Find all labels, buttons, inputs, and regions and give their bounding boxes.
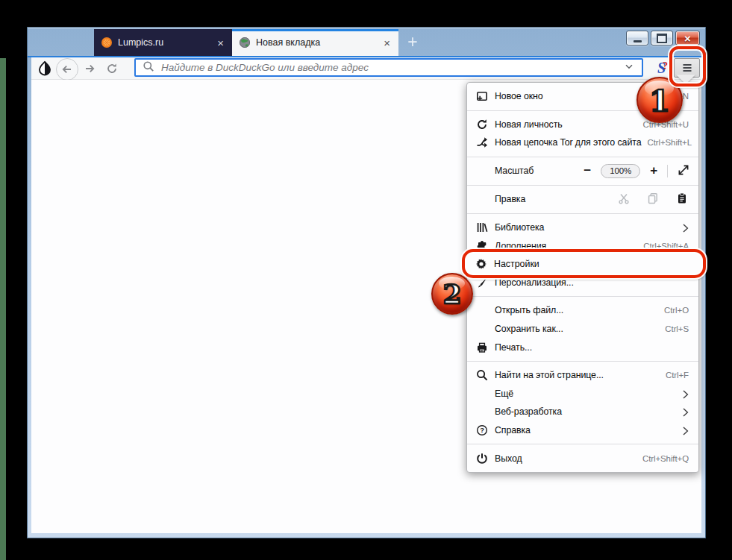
menu-item-label: Найти на этой странице... [495,370,660,380]
menu-item-label: Библиотека [495,222,680,233]
tab-title: Новая вкладка [256,37,381,48]
navigation-toolbar: S? [31,57,701,80]
find-icon [476,369,488,381]
tab-new-tab[interactable]: Новая вкладка × [232,29,398,56]
zoom-in-button[interactable]: + [650,165,657,177]
menu-item-help[interactable]: ? Справка [467,421,698,440]
orange-site-icon [101,37,113,48]
menu-item-label: Новая цепочка Tor для этого сайта [495,137,641,148]
zoom-out-button[interactable]: − [584,165,591,177]
new-circuit-icon [476,136,488,148]
desktop-background-strip [0,58,6,560]
menu-item-web-developer[interactable]: Веб-разработка [467,403,698,421]
forward-button[interactable] [81,57,98,79]
menu-item-new-tor-circuit[interactable]: Новая цепочка Tor для этого сайтаCtrl+Sh… [467,133,698,152]
print-icon [476,342,488,353]
window-controls: × [626,31,700,45]
menu-item-quit[interactable]: ВыходCtrl+Shift+Q [467,449,698,468]
paste-icon[interactable] [676,192,688,207]
desktop: { "window": { "controls": { "minimize_ic… [0,0,732,560]
chevron-right-icon [680,425,690,435]
shortcut-label: Ctrl+F [666,371,689,380]
url-input[interactable] [160,60,620,75]
edit-label: Правка [495,194,618,204]
menu-item-find-in-page[interactable]: Найти на этой странице...Ctrl+F [467,366,698,385]
shortcut-label: Ctrl+O [664,306,689,315]
tab-title: Lumpics.ru [118,37,215,48]
maximize-icon [657,34,667,43]
svg-text:?: ? [480,426,484,434]
back-button[interactable] [56,58,78,81]
shortcut-label: Ctrl+Shift+Q [642,454,689,463]
menu-item-more[interactable]: Ещё [467,385,698,403]
chevron-right-icon [680,222,690,233]
maximize-button[interactable] [651,31,673,45]
menu-item-label: Веб-разработка [495,406,680,417]
new-window-icon [476,90,488,102]
menu-item-label: Новая личность [495,119,637,130]
annotation-step-2: 2 [431,273,473,315]
icon-spacer [476,323,488,335]
library-icon [476,221,488,233]
url-bar[interactable] [134,58,643,77]
close-icon: × [684,33,691,44]
menu-group: Найти на этой странице...Ctrl+F Ещё Веб-… [467,361,698,444]
menu-item-save-as[interactable]: Сохранить как...Ctrl+S [467,320,698,339]
menu-item-library[interactable]: Библиотека [467,218,698,237]
new-identity-icon [476,119,488,130]
cut-icon[interactable] [618,192,630,207]
tab-close-icon[interactable]: × [215,37,226,48]
menu-item-label: Новое окно [495,91,659,101]
reload-button[interactable] [103,57,121,79]
fullscreen-icon[interactable] [678,164,689,178]
menu-item-label: Выход [495,453,636,464]
menu-group: ВыходCtrl+Shift+Q [467,444,698,472]
zoom-label: Масштаб [495,166,584,176]
search-icon [143,60,154,75]
menu-item-label: Справка [495,425,680,435]
tab-lumpics[interactable]: Lumpics.ru × [94,29,232,56]
icon-spacer [476,406,488,418]
menu-item-open-file[interactable]: Открыть файл...Ctrl+O [467,301,698,320]
menu-item-label: Персонализация... [495,277,698,288]
icon-spacer [476,304,488,316]
menu-item-label: Печать... [495,342,698,353]
titlebar: Lumpics.ru × Новая вкладка × + × [28,28,705,56]
menu-item-label: Ещё [495,388,680,399]
settings-label[interactable]: Настройки [494,259,703,269]
power-icon [476,453,488,465]
menu-item-edit: Правка [467,190,698,209]
shortcut-label: Ctrl+S [665,324,689,333]
menu-group: Открыть файл...Ctrl+O Сохранить как...Ct… [467,296,698,361]
brush-icon [476,277,488,289]
menu-group: Масштаб − 100% + [467,157,698,185]
chevron-right-icon [680,388,690,399]
globe-icon [239,37,251,48]
tor-onion-icon[interactable] [36,57,54,79]
tab-close-icon[interactable]: × [381,37,392,48]
new-tab-button[interactable]: + [401,32,424,53]
shortcut-label: Ctrl+Shift+L [647,138,692,147]
menu-group: Правка [467,185,698,213]
help-icon: ? [476,424,488,436]
gear-icon [475,258,487,270]
menu-item-label: Сохранить как... [495,324,659,334]
zoom-level[interactable]: 100% [601,164,640,178]
chevron-down-icon[interactable] [623,60,635,75]
menu-item-print[interactable]: Печать... [467,338,698,356]
minimize-icon [634,40,642,43]
copy-icon[interactable] [647,192,659,207]
menu-item-zoom: Масштаб − 100% + [467,162,698,180]
close-button[interactable]: × [675,31,700,45]
icon-spacer [476,388,488,400]
menu-button-highlight-rect [669,46,706,86]
settings-highlight-rect: Настройки [462,249,706,278]
chevron-right-icon [680,406,690,417]
menu-item-label: Открыть файл... [495,305,658,315]
minimize-button[interactable] [626,31,648,45]
